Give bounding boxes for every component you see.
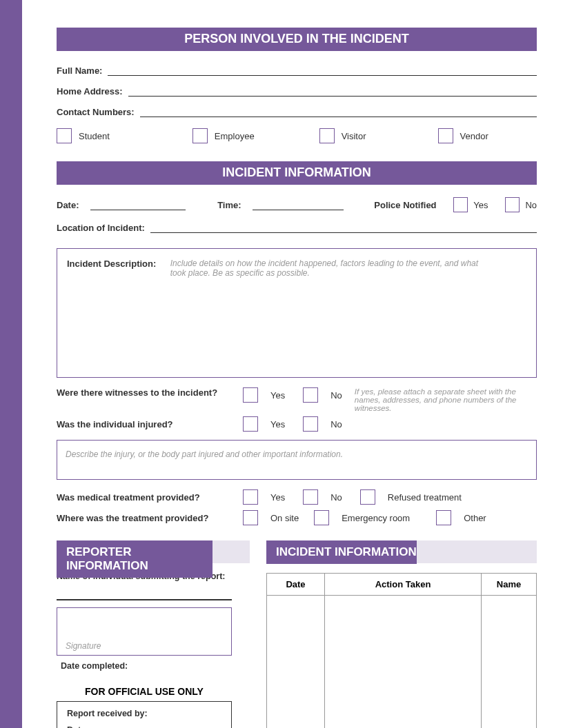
incident-description-box[interactable]: Incident Description: Include details on… (57, 248, 537, 378)
medical-no-label: No (330, 492, 342, 503)
other-checkbox[interactable] (436, 510, 451, 525)
reporter-column: REPORTER INFORMATION Name of Individual … (57, 540, 250, 728)
home-address-input[interactable] (128, 85, 537, 97)
vendor-checkbox[interactable] (438, 128, 453, 143)
desc-label: Incident Description: (67, 259, 156, 269)
employee-checkbox[interactable] (192, 128, 208, 143)
medical-row: Was medical treatment provided? Yes No R… (57, 489, 537, 505)
incident-table: Date Action Taken Name (266, 573, 537, 728)
witnesses-label: Were there witnesses to the incident? (57, 387, 243, 398)
signature-box[interactable]: Signature (57, 607, 232, 656)
student-checkbox[interactable] (57, 128, 72, 143)
received-by-label: Report received by: (67, 709, 221, 718)
employee-label: Employee (215, 131, 255, 141)
role-visitor: Visitor (319, 128, 366, 143)
medical-no-checkbox[interactable] (303, 489, 318, 505)
official-box: Report received by: Date: (57, 701, 232, 728)
full-name-label: Full Name: (57, 65, 102, 76)
injured-no-checkbox[interactable] (303, 416, 318, 432)
role-vendor: Vendor (438, 128, 488, 143)
incident-table-column: INCIDENT INFORMATION Date Action Taken N… (266, 540, 537, 728)
time-input[interactable] (253, 199, 344, 210)
injured-yn: Yes No (243, 416, 342, 432)
police-label: Police Notified (374, 200, 436, 210)
medical-refused-label: Refused treatment (388, 492, 462, 503)
field-location: Location of Incident: (57, 222, 537, 233)
table-header-name: Name (482, 574, 537, 596)
table-cell-name[interactable] (482, 596, 537, 729)
date-input[interactable] (90, 199, 186, 210)
er-label: Emergency room (342, 513, 410, 523)
witnesses-row: Were there witnesses to the incident? Ye… (57, 387, 537, 412)
police-no-checkbox[interactable] (505, 197, 520, 212)
witnesses-yes-checkbox[interactable] (243, 387, 258, 403)
official-header: FOR OFFICIAL USE ONLY (57, 686, 232, 697)
incident-row-1: Date: Time: Police Notified Yes No (57, 197, 537, 212)
field-contact-numbers: Contact Numbers: (57, 106, 537, 117)
where-label: Where was the treatment provided? (57, 513, 243, 523)
other-label: Other (464, 513, 486, 523)
medical-yes-checkbox[interactable] (243, 489, 258, 505)
field-full-name: Full Name: (57, 65, 537, 76)
injured-yes-checkbox[interactable] (243, 416, 258, 432)
witnesses-no-checkbox[interactable] (303, 387, 318, 403)
onsite-label: On site (270, 513, 299, 523)
full-name-input[interactable] (108, 65, 537, 76)
table-row (267, 596, 537, 729)
official-date-label: Date: (67, 725, 221, 728)
dual-column: REPORTER INFORMATION Name of Individual … (57, 540, 537, 728)
medical-yes-label: Yes (270, 492, 285, 503)
witnesses-hint: If yes, please attach a separate sheet w… (355, 387, 534, 412)
contact-numbers-label: Contact Numbers: (57, 107, 135, 117)
desc-hint: Include details on how the incident happ… (170, 259, 488, 278)
where-options: On site Emergency room Other (243, 510, 486, 525)
medical-label: Was medical treatment provided? (57, 492, 243, 503)
role-checkbox-row: Student Employee Visitor Vendor (57, 128, 537, 143)
date-completed-label: Date completed: (61, 661, 250, 671)
page-sidebar-stripe (0, 0, 22, 728)
injured-row: Was the individual injured? Yes No (57, 416, 537, 432)
section-header-person: PERSON INVOLVED IN THE INCIDENT (57, 28, 537, 51)
table-cell-action[interactable] (325, 596, 482, 729)
visitor-label: Visitor (342, 131, 366, 141)
injury-description-box[interactable]: Describe the injury, or the body part in… (57, 440, 537, 480)
where-row: Where was the treatment provided? On sit… (57, 510, 537, 525)
vendor-label: Vendor (460, 131, 488, 141)
injured-label: Was the individual injured? (57, 419, 243, 429)
date-label: Date: (57, 200, 79, 210)
injured-no-label: No (330, 419, 342, 429)
role-employee: Employee (192, 128, 255, 143)
signature-label: Signature (66, 641, 101, 651)
location-label: Location of Incident: (57, 223, 145, 233)
role-student: Student (57, 128, 110, 143)
section-header-incident: INCIDENT INFORMATION (57, 161, 537, 185)
student-label: Student (79, 131, 110, 141)
witnesses-yes-label: Yes (270, 390, 285, 401)
field-home-address: Home Address: (57, 85, 537, 97)
police-yes-label: Yes (473, 200, 488, 210)
police-yes-checkbox[interactable] (453, 197, 468, 212)
form-content: PERSON INVOLVED IN THE INCIDENT Full Nam… (57, 0, 537, 728)
table-header-date: Date (267, 574, 325, 596)
table-header-action: Action Taken (325, 574, 482, 596)
medical-options: Yes No Refused treatment (243, 489, 462, 505)
er-checkbox[interactable] (314, 510, 329, 525)
location-input[interactable] (150, 222, 537, 233)
time-label: Time: (217, 200, 241, 210)
injured-yes-label: Yes (270, 419, 285, 429)
medical-refused-checkbox[interactable] (360, 489, 375, 505)
home-address-label: Home Address: (57, 86, 123, 97)
visitor-checkbox[interactable] (319, 128, 335, 143)
onsite-checkbox[interactable] (243, 510, 258, 525)
table-cell-date[interactable] (267, 596, 325, 729)
section-header-reporter: REPORTER INFORMATION (57, 540, 213, 578)
contact-numbers-input[interactable] (140, 106, 537, 117)
police-no-label: No (525, 200, 537, 210)
injury-hint: Describe the injury, or the body part in… (66, 449, 343, 459)
section-header-incident2: INCIDENT INFORMATION (266, 540, 417, 564)
reporter-name-input[interactable] (57, 599, 232, 600)
witnesses-no-label: No (330, 390, 342, 401)
witnesses-yn: Yes No (243, 387, 342, 403)
